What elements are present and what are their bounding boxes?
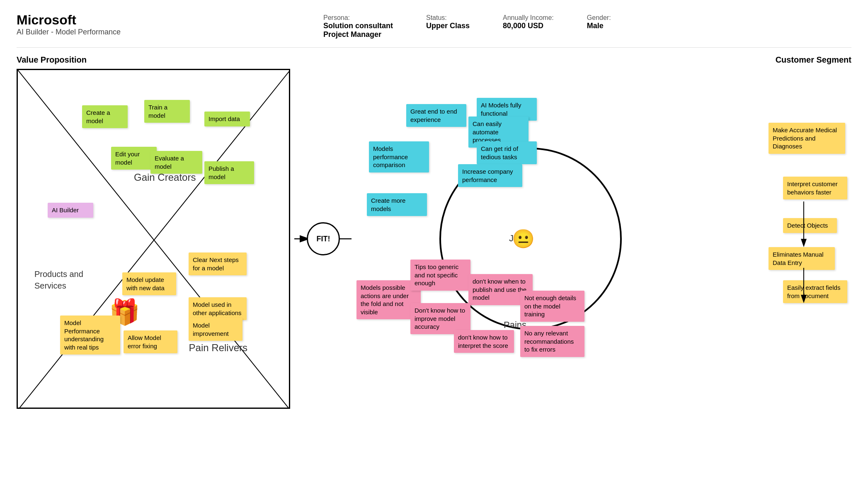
fit-circle: FIT! (307, 222, 340, 255)
note-edit-model: Edit your model (111, 147, 157, 170)
arrow-fit-area: FIT! (290, 69, 356, 409)
section-labels: Value Proposition Customer Segment (17, 55, 851, 65)
gender-label: Gender: (587, 14, 611, 22)
note-extract-fields: Easily extract fields from document (783, 280, 847, 303)
page-subtitle: AI Builder - Model Performance (17, 28, 158, 36)
note-model-performance: Model Performance understanding with rea… (60, 316, 120, 354)
note-company-perf: Increase company performance (458, 164, 522, 187)
jobs-arrow-svg (769, 69, 851, 409)
vp-section-label: Value Proposition (17, 55, 87, 65)
gender-item: Gender: Male (587, 14, 611, 39)
note-evaluate-model: Evaluate a model (150, 151, 202, 174)
note-models-perf: Models performance comparison (369, 141, 429, 172)
note-allow-error: Allow Model error fixing (124, 330, 177, 353)
note-model-used: Model used in other applications (189, 297, 247, 320)
note-train-model: Train a model (144, 100, 190, 123)
persona-item: Persona: Solution consultantProject Mana… (323, 14, 393, 39)
header-persona: Persona: Solution consultantProject Mana… (323, 14, 611, 39)
note-improve-accuracy: Don't know how to improve model accuracy (410, 303, 470, 334)
note-great-end: Great end to end experience (406, 104, 466, 127)
cs-main-area: 😐 Gains Jobs Pains Great end to end expe… (356, 69, 769, 409)
note-import-data: Import data (204, 112, 250, 126)
smiley-icon: 😐 (512, 228, 535, 250)
status-label: Status: (426, 14, 470, 22)
note-detect-objects: Detect Objects (783, 218, 837, 233)
vp-box: 🎁 Gain Creators Pain Relivers Products a… (17, 69, 290, 409)
divider (17, 47, 851, 48)
note-interpret-score: don't know how to interpret the score (454, 330, 514, 353)
header-left: Microsoft AI Builder - Model Performance (17, 12, 158, 36)
status-item: Status: Upper Class (426, 14, 470, 39)
note-model-improvement: Model improvement (189, 318, 242, 341)
note-create-model: Create a model (82, 105, 128, 128)
note-model-update: Model update with new data (122, 272, 176, 295)
note-no-recommendations: No any relevant recommandations to fix e… (520, 326, 584, 357)
brand-name: Microsoft (17, 12, 158, 28)
right-notes-area: Make Accurate Medical Predictions and Di… (769, 69, 851, 409)
pain-relievers-label: Pain Relivers (189, 342, 247, 354)
income-item: Annually Income: 80,000 USD (503, 14, 554, 39)
note-interpret-customer: Interpret customer behaviors faster (783, 177, 847, 199)
header: Microsoft AI Builder - Model Performance… (17, 12, 851, 39)
page: Microsoft AI Builder - Model Performance… (0, 0, 868, 488)
note-ai-builder: AI Builder (48, 203, 93, 218)
note-publish-model: Publish a model (204, 161, 254, 184)
canvas-area: 🎁 Gain Creators Pain Relivers Products a… (17, 69, 851, 409)
note-medical: Make Accurate Medical Predictions and Di… (769, 123, 845, 154)
persona-value: Solution consultantProject Manager (323, 22, 393, 39)
note-clear-next-steps: Clear Next steps for a model (189, 252, 247, 275)
note-eliminates-manual: Eliminates Manual Data Entry (769, 247, 835, 270)
note-create-more: Create more models (367, 193, 427, 216)
cs-section-label: Customer Segment (776, 55, 851, 65)
status-value: Upper Class (426, 22, 470, 30)
income-value: 80,000 USD (503, 22, 554, 30)
persona-label: Persona: (323, 14, 393, 22)
note-not-enough-details: Not enough details on the model training (520, 291, 584, 322)
note-tedious: Can get rid of tedious tasks (477, 141, 537, 164)
income-label: Annually Income: (503, 14, 554, 22)
products-services-label: Products andServices (34, 268, 83, 291)
fit-label: FIT! (317, 235, 330, 243)
note-tips-generic: Tips too generic and not specific enough (410, 260, 470, 291)
gender-value: Male (587, 22, 611, 30)
